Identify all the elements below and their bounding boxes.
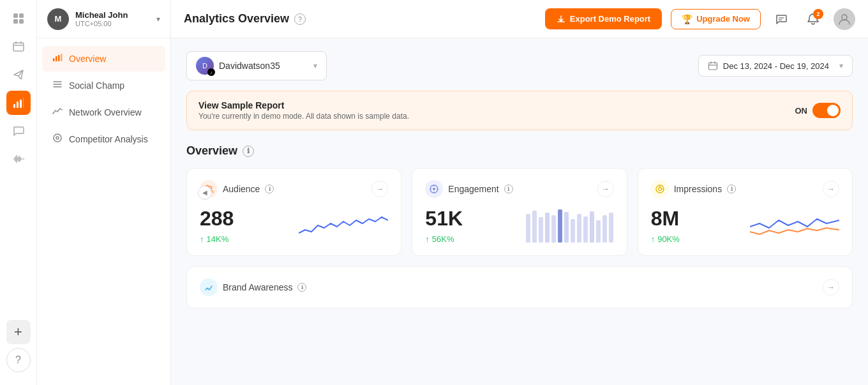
export-label: Export Demo Report	[570, 14, 650, 24]
brand-awareness-arrow-button[interactable]: →	[823, 279, 839, 296]
main-content: Analytics Overview ? Export Demo Report …	[171, 0, 868, 385]
sidebar-nav: Overview Social Champ Ne	[37, 38, 170, 160]
sidebar-item-competitor-analysis[interactable]: Competitor Analysis	[42, 126, 165, 152]
notification-icon[interactable]: 2	[802, 8, 825, 31]
sample-toggle-group: ON	[795, 103, 841, 118]
page-title: Analytics Overview	[184, 12, 289, 26]
sidebar-item-network-overview[interactable]: Network Overview	[42, 100, 165, 125]
audience-arrow-button[interactable]: →	[371, 181, 388, 197]
sidebar-item-label-network: Network Overview	[69, 107, 142, 117]
sample-banner-text: View Sample Report You're currently in d…	[198, 100, 409, 121]
toggle-label: ON	[795, 106, 808, 116]
audience-label: Audience	[223, 184, 260, 194]
network-icon	[52, 106, 63, 119]
audience-info-icon[interactable]: ℹ	[265, 185, 274, 193]
account-avatar: D ♪	[196, 57, 214, 75]
competitor-icon	[52, 133, 63, 146]
sidebar-dropdown-chevron[interactable]: ▾	[156, 15, 160, 24]
impressions-body: 8M ↑ 90K%	[651, 207, 839, 244]
engagement-value: 51K	[425, 207, 463, 230]
date-range-text: Dec 13, 2024 - Dec 19, 2024	[723, 61, 829, 71]
impressions-info-icon[interactable]: ℹ	[727, 185, 736, 193]
overview-section-title: Overview ℹ	[186, 144, 853, 158]
svg-rect-54	[583, 216, 588, 243]
audience-value: 288	[200, 207, 234, 230]
help-icon[interactable]: ?	[6, 348, 31, 372]
brand-awareness-header: Brand Awareness ℹ →	[200, 278, 839, 296]
sample-banner-title: View Sample Report	[198, 100, 409, 110]
chat-icon[interactable]	[6, 119, 31, 143]
engagement-arrow-button[interactable]: →	[597, 181, 614, 197]
svg-rect-24	[61, 54, 63, 61]
svg-rect-49	[551, 215, 556, 243]
overview-info-icon[interactable]: ℹ	[243, 146, 254, 157]
audience-body: 288 ↑ 14K%	[200, 207, 388, 244]
topbar-right: Export Demo Report 🏆 Upgrade Now 2	[545, 8, 855, 31]
svg-rect-23	[58, 55, 60, 61]
dashboard-icon[interactable]	[6, 6, 31, 31]
collapse-sidebar-button[interactable]: ◀	[198, 186, 212, 200]
svg-rect-45	[526, 214, 530, 243]
impressions-value: 8M	[651, 207, 680, 230]
svg-rect-47	[539, 217, 543, 243]
topbar: Analytics Overview ? Export Demo Report …	[171, 0, 868, 38]
send-icon[interactable]	[6, 63, 31, 87]
sidebar-item-social-champ[interactable]: Social Champ	[42, 73, 165, 98]
date-range-selector[interactable]: Dec 13, 2024 - Dec 19, 2024 ▾	[698, 55, 853, 77]
sample-report-toggle[interactable]	[812, 103, 841, 118]
user-info: Micheal John UTC+05:00	[75, 10, 150, 27]
svg-rect-33	[708, 63, 717, 70]
svg-rect-12	[23, 98, 24, 108]
audience-header: Audience ℹ →	[200, 180, 388, 198]
account-selector[interactable]: D ♪ Davidwatson35 ▾	[186, 51, 327, 80]
svg-rect-4	[13, 43, 24, 51]
engagement-label: Engagement	[448, 184, 498, 194]
brand-awareness-info-icon[interactable]: ℹ	[297, 283, 306, 292]
sidebar-item-label-social-champ: Social Champ	[69, 80, 124, 91]
impressions-arrow-button[interactable]: →	[823, 181, 839, 197]
icon-bar: + ?	[0, 0, 37, 385]
social-champ-icon	[52, 79, 63, 92]
engagement-body: 51K ↑ 56K%	[425, 207, 613, 244]
engagement-header: Engagement ℹ →	[425, 180, 613, 198]
svg-point-32	[842, 15, 847, 20]
analytics-info-icon[interactable]: ?	[294, 13, 306, 25]
calendar-icon[interactable]	[6, 34, 31, 59]
impressions-change-value: 90K%	[657, 234, 680, 244]
add-icon[interactable]: +	[6, 320, 31, 344]
engagement-info-icon[interactable]: ℹ	[504, 185, 513, 193]
sidebar-item-label-overview: Overview	[69, 54, 106, 64]
impressions-sparkline	[750, 208, 839, 243]
profile-avatar[interactable]	[834, 8, 855, 30]
download-icon	[557, 15, 565, 24]
svg-rect-50	[558, 209, 562, 243]
svg-rect-52	[571, 219, 575, 243]
engagement-sparkline	[525, 208, 614, 243]
svg-rect-46	[532, 211, 537, 243]
svg-rect-2	[13, 19, 18, 24]
export-button[interactable]: Export Demo Report	[545, 8, 662, 29]
filter-bar: D ♪ Davidwatson35 ▾ Dec 13, 2024 - Dec 1…	[186, 51, 853, 80]
overview-icon	[52, 52, 63, 65]
date-chevron: ▾	[839, 61, 843, 70]
upgrade-button[interactable]: 🏆 Upgrade Now	[671, 9, 761, 29]
impressions-label-group: Impressions ℹ	[651, 180, 736, 198]
waveform-icon[interactable]	[6, 147, 31, 171]
messages-icon[interactable]	[770, 8, 793, 31]
svg-rect-56	[596, 220, 601, 243]
engagement-change: ↑ 56K%	[425, 234, 463, 244]
sidebar-header: M Micheal John UTC+05:00 ▾	[37, 0, 170, 38]
upgrade-label: Upgrade Now	[696, 14, 750, 24]
analytics-icon[interactable]	[6, 91, 31, 115]
svg-point-60	[658, 188, 661, 191]
icon-bar-bottom: + ?	[6, 320, 31, 379]
svg-rect-9	[13, 104, 15, 108]
svg-rect-58	[609, 213, 613, 243]
avatar: M	[47, 8, 69, 30]
audience-arrow-up: ↑	[200, 234, 204, 244]
sidebar-item-overview[interactable]: Overview	[42, 46, 165, 72]
impressions-arrow-up: ↑	[651, 234, 655, 244]
svg-rect-53	[577, 214, 581, 243]
notification-badge: 2	[813, 9, 823, 19]
audience-change-value: 14K%	[207, 234, 229, 244]
